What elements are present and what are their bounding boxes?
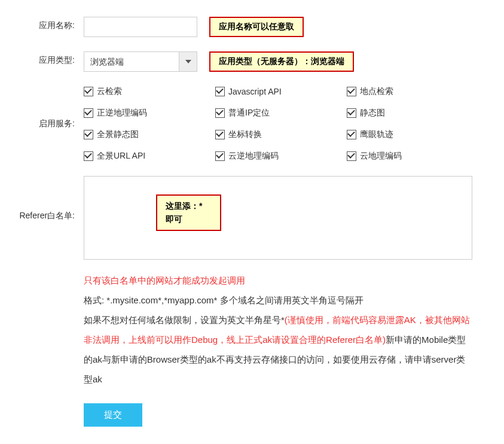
- checkbox-icon[interactable]: [215, 130, 225, 139]
- app-name-hint: 应用名称可以任意取: [209, 17, 304, 37]
- service-label: 全景URL API: [97, 151, 145, 162]
- checkbox-icon[interactable]: [215, 151, 225, 161]
- referer-notes: 只有该白名单中的网站才能成功发起调用 格式: *.mysite.com*,*my…: [84, 270, 472, 389]
- service-checkbox-item[interactable]: 全景静态图: [84, 129, 215, 140]
- checkbox-icon[interactable]: [215, 87, 225, 96]
- note-wildcard-prefix: 如果不想对任何域名做限制，设置为英文半角星号*: [84, 315, 285, 325]
- service-label: Javascript API: [228, 87, 282, 96]
- note-wildcard: 如果不想对任何域名做限制，设置为英文半角星号*(谨慎使用，前端代码容易泄露AK，…: [84, 310, 472, 389]
- service-label: 云地理编码: [360, 151, 402, 162]
- service-label: 全景静态图: [97, 129, 139, 140]
- checkbox-icon[interactable]: [347, 130, 356, 139]
- service-checkbox-item[interactable]: 正逆地理编码: [84, 108, 215, 118]
- service-checkbox-item[interactable]: 地点检索: [347, 86, 478, 97]
- service-checkbox-item[interactable]: 坐标转换: [215, 129, 347, 140]
- service-checkbox-item[interactable]: 云逆地理编码: [215, 151, 347, 162]
- service-checkbox-item[interactable]: 全景URL API: [84, 151, 215, 162]
- app-name-input[interactable]: [84, 17, 197, 37]
- checkbox-icon[interactable]: [84, 108, 93, 118]
- referer-label: Referer白名单:: [12, 176, 84, 221]
- checkbox-icon[interactable]: [215, 108, 225, 118]
- app-type-dropdown-button[interactable]: [179, 52, 197, 71]
- app-name-label: 应用名称:: [12, 17, 84, 31]
- submit-button[interactable]: 提交: [84, 403, 142, 427]
- checkbox-icon[interactable]: [347, 87, 356, 96]
- app-type-label: 应用类型:: [12, 51, 84, 66]
- service-label: 云逆地理编码: [228, 151, 279, 162]
- service-checkbox-item[interactable]: Javascript API: [215, 86, 347, 97]
- checkbox-icon[interactable]: [84, 87, 93, 96]
- services-grid: 云检索Javascript API地点检索正逆地理编码普通IP定位静态图全景静态…: [84, 86, 478, 162]
- chevron-down-icon: [185, 60, 191, 63]
- checkbox-icon[interactable]: [84, 130, 93, 139]
- app-type-select[interactable]: 浏览器端: [84, 51, 197, 72]
- checkbox-icon[interactable]: [347, 108, 356, 118]
- service-label: 云检索: [97, 86, 122, 97]
- note-format: 格式: *.mysite.com*,*myapp.com* 多个域名之间请用英文…: [84, 290, 472, 310]
- service-checkbox-item[interactable]: 鹰眼轨迹: [347, 129, 478, 140]
- service-checkbox-item[interactable]: 普通IP定位: [215, 108, 347, 118]
- service-checkbox-item[interactable]: 静态图: [347, 108, 478, 118]
- referer-textarea[interactable]: 这里添：* 即可: [84, 176, 472, 260]
- checkbox-icon[interactable]: [84, 151, 93, 161]
- service-label: 鹰眼轨迹: [360, 129, 393, 140]
- referer-hint-line2: 即可: [166, 212, 202, 226]
- service-checkbox-item[interactable]: 云检索: [84, 86, 215, 97]
- service-checkbox-item[interactable]: 云地理编码: [347, 151, 478, 162]
- referer-hint: 这里添：* 即可: [156, 194, 221, 231]
- service-label: 坐标转换: [228, 129, 262, 140]
- submit-spacer: [12, 403, 84, 407]
- note-whitelist-only: 只有该白名单中的网站才能成功发起调用: [84, 270, 472, 290]
- app-type-value: 浏览器端: [84, 52, 179, 71]
- service-label: 地点检索: [360, 86, 393, 97]
- referer-hint-line1: 这里添：*: [166, 199, 202, 212]
- service-label: 静态图: [360, 108, 385, 118]
- checkbox-icon[interactable]: [347, 151, 356, 161]
- app-type-hint: 应用类型（无服务器）：浏览器端: [209, 51, 354, 72]
- services-label: 启用服务:: [12, 118, 84, 129]
- service-label: 普通IP定位: [228, 108, 270, 118]
- service-label: 正逆地理编码: [97, 108, 147, 118]
